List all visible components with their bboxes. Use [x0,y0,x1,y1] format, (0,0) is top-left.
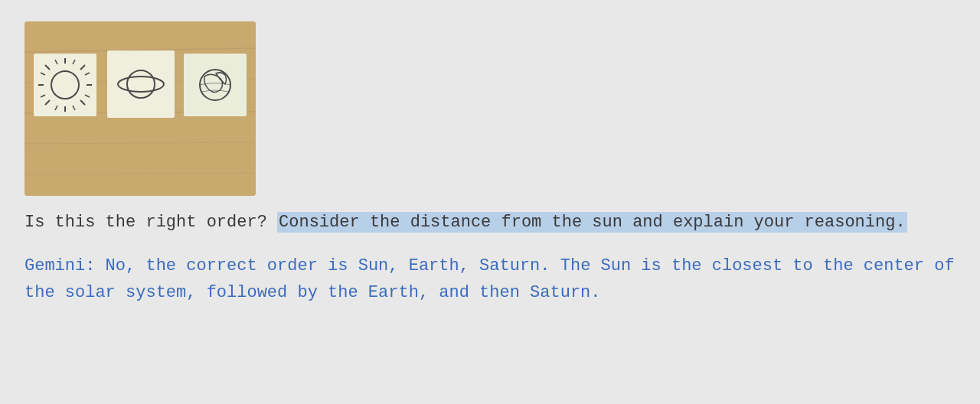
answer-section: Gemini: No, the correct order is Sun, Ea… [24,252,956,306]
question-section: Is this the right order? Consider the di… [24,210,956,236]
answer-text: No, the correct order is Sun, Earth, Sat… [24,256,955,302]
question-highlighted: Consider the distance from the sun and e… [277,212,907,233]
answer-label: Gemini: [24,256,95,275]
main-container: Is this the right order? Consider the di… [0,0,980,404]
svg-rect-27 [184,54,247,116]
planet-image [24,21,256,196]
question-prefix: Is this the right order? [24,213,277,232]
image-section [24,21,956,196]
